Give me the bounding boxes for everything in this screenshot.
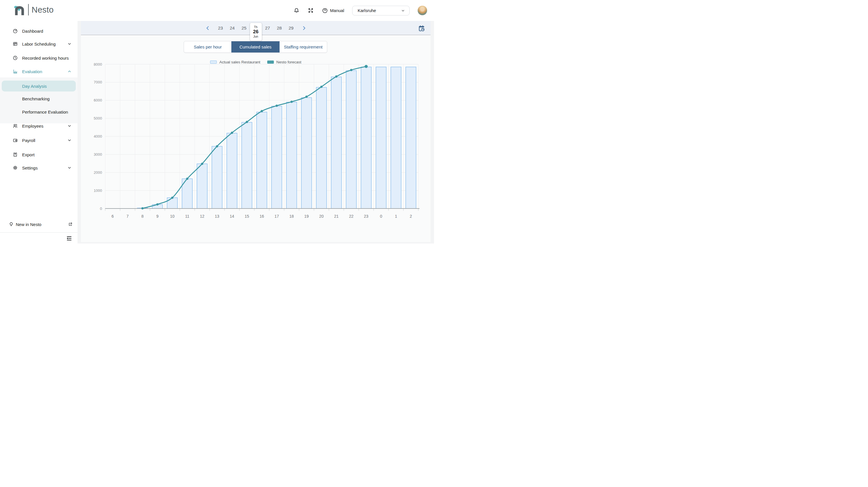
svg-text:15: 15 [245,214,249,219]
svg-text:0: 0 [100,206,102,211]
svg-text:18: 18 [289,214,294,219]
sidebar-item-label: Performance Evaluation [22,109,68,115]
gauge-icon [12,28,18,34]
date-day-25[interactable]: 25 [238,26,250,31]
export-icon [12,152,18,157]
svg-text:4000: 4000 [94,134,102,138]
logo-separator [28,4,29,15]
sidebar-item-label: Payroll [22,138,35,143]
selected-day: 26 [253,29,259,35]
sidebar-divider [0,232,78,233]
sidebar-item-label: Labor Scheduling [22,41,56,46]
svg-text:5000: 5000 [94,116,102,121]
clock-icon [12,55,18,61]
users-icon [12,123,18,129]
wallet-icon [12,138,18,143]
chevron-down-icon [67,138,71,142]
date-day-24[interactable]: 24 [226,26,238,31]
collapse-sidebar-icon[interactable] [66,235,72,241]
svg-text:20: 20 [319,214,324,219]
lightbulb-icon [9,222,14,227]
date-day-28[interactable]: 28 [274,26,285,31]
sidebar-item-label: Dashboard [22,29,43,34]
sidebar-item-label: Day Analysis [22,84,47,89]
date-day-23[interactable]: 23 [215,26,226,31]
date-day-selected[interactable]: Th26Jun [250,23,262,41]
sidebar-item-label: Evaluation [22,69,42,74]
svg-text:21: 21 [334,214,339,219]
svg-text:17: 17 [274,214,279,219]
svg-text:14: 14 [229,214,234,219]
location-select[interactable]: Karlsruhe [352,6,410,15]
sidebar-item-new-in-nesto[interactable]: New in Nesto [0,219,78,230]
sidebar-item-export[interactable]: Export [0,149,78,160]
svg-text:7000: 7000 [94,80,102,84]
day-analysis-card: Sales per hourCumulated salesStaffing re… [81,36,431,242]
date-day-29[interactable]: 29 [285,26,297,31]
svg-text:13: 13 [215,214,219,219]
svg-text:2: 2 [410,214,412,219]
content-gutter-bottom [81,242,431,244]
date-selector-bar: 232425Th26Jun272829 [81,21,431,35]
chevron-down-icon [401,8,405,13]
nesto-logo: Nesto [12,3,54,17]
sidebar-item-settings[interactable]: Settings [0,162,78,173]
sidebar-item-employees[interactable]: Employees [0,121,78,131]
sidebar-item-performance-evaluation[interactable]: Performance Evaluation [0,106,78,117]
schedule-grid-icon [12,41,18,46]
chevron-down-icon [67,42,71,46]
sidebar-item-dashboard[interactable]: Dashboard [0,26,78,36]
fullscreen-icon[interactable] [308,7,314,14]
sidebar-item-label: Export [22,152,34,157]
bar-chart-icon [12,69,18,74]
chevron-up-icon [67,69,71,73]
sidebar-item-day-analysis[interactable]: Day Analysis [2,80,76,92]
user-avatar[interactable] [417,6,427,15]
content-gutter-right [431,21,434,244]
svg-text:2000: 2000 [94,170,102,175]
help-icon [322,8,328,13]
manual-help-button[interactable]: Manual [322,8,344,13]
svg-text:8: 8 [141,214,144,219]
svg-text:7: 7 [127,214,129,219]
sidebar-nav: DashboardLabor SchedulingRecorded workin… [0,21,78,244]
sidebar-item-payroll[interactable]: Payroll [0,135,78,146]
external-link-icon[interactable] [68,222,73,227]
svg-text:1000: 1000 [94,188,102,193]
svg-text:11: 11 [185,214,189,219]
svg-text:8000: 8000 [94,62,102,67]
selected-month: Jun [253,35,258,38]
logo-text: Nesto [32,5,54,14]
date-nav-left-icon[interactable] [205,25,211,31]
svg-text:12: 12 [200,214,205,219]
sidebar-item-label: Settings [22,165,38,170]
sidebar-item-labor-scheduling[interactable]: Labor Scheduling [0,38,78,49]
date-nav-right-icon[interactable] [301,25,307,31]
sidebar-item-label: Recorded working hours [22,56,69,61]
sidebar-item-evaluation[interactable]: Evaluation [0,66,78,77]
sidebar-item-benchmarking[interactable]: Benchmarking [0,93,78,104]
calendar-clock-icon[interactable] [418,25,425,32]
svg-text:19: 19 [304,214,309,219]
sidebar-item-label: Employees [22,124,43,129]
svg-text:6000: 6000 [94,98,102,102]
app-header: Nesto Manual Karlsruhe [0,0,434,21]
notifications-bell-icon[interactable] [293,7,300,14]
manual-label: Manual [330,8,344,13]
svg-text:9: 9 [156,214,158,219]
svg-text:23: 23 [364,214,369,219]
content-gutter-left [78,21,81,244]
sidebar-item-label: New in Nesto [16,222,41,227]
selected-weekday: Th [254,25,257,29]
date-day-27[interactable]: 27 [262,26,274,31]
svg-text:16: 16 [259,214,264,219]
location-value: Karlsruhe [358,8,376,13]
svg-text:10: 10 [170,214,175,219]
nesto-logo-icon [12,3,25,17]
chevron-down-icon [67,124,71,128]
sidebar-item-label: Benchmarking [22,96,50,101]
cumulated-sales-chart[interactable]: 0100020003000400050006000700080006789101… [81,36,431,242]
sidebar-submenu-evaluation: Day AnalysisBenchmarkingPerformance Eval… [0,77,78,123]
gear-icon [12,165,18,170]
sidebar-item-recorded-working-hours[interactable]: Recorded working hours [0,53,78,63]
